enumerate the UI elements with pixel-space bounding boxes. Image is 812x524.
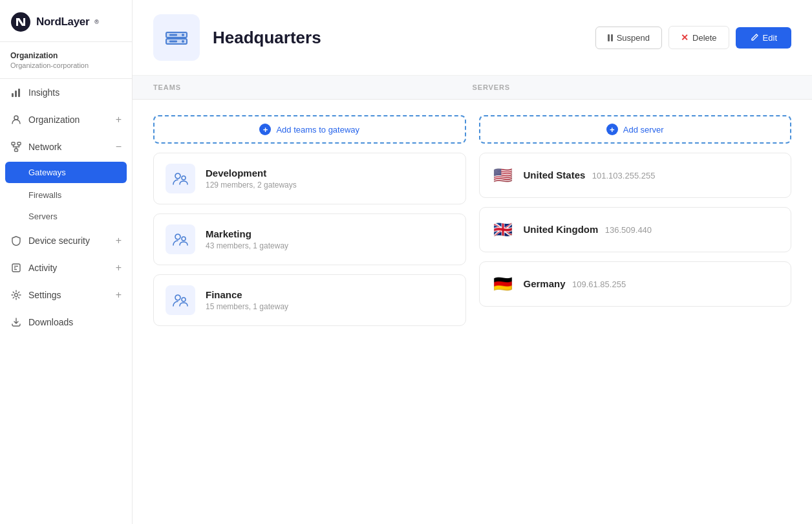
sidebar-item-gateways[interactable]: Gateways <box>5 162 127 183</box>
gateway-header: Headquarters Suspend ✕ Delete Edit <box>133 0 812 76</box>
sidebar: NordLayer® Organization Organization-cor… <box>0 0 133 524</box>
team-card-development[interactable]: Development 129 members, 2 gateways <box>153 153 466 204</box>
organization-expand-icon: + <box>116 114 122 126</box>
team-info-development: Development 129 members, 2 gateways <box>206 168 297 190</box>
team-icon-marketing <box>166 224 195 254</box>
settings-icon <box>10 289 22 301</box>
sidebar-item-insights[interactable]: Insights <box>0 79 132 106</box>
edit-label: Edit <box>763 33 777 43</box>
team-info-marketing: Marketing 43 members, 1 gateway <box>206 228 288 250</box>
download-icon <box>10 316 22 328</box>
server-name-de: Germany <box>524 278 566 289</box>
sub-nav-network: Gateways Firewalls Servers <box>0 160 132 227</box>
delete-button[interactable]: ✕ Delete <box>668 26 729 49</box>
svg-rect-3 <box>18 89 20 97</box>
suspend-button[interactable]: Suspend <box>595 27 662 49</box>
svg-point-13 <box>15 294 18 297</box>
add-server-label: Add server <box>623 125 664 135</box>
svg-rect-19 <box>169 41 177 43</box>
suspend-label: Suspend <box>617 33 650 43</box>
svg-rect-2 <box>15 91 17 97</box>
sidebar-item-device-security[interactable]: Device security + <box>0 227 132 254</box>
org-section: Organization Organization-corporation <box>0 42 132 79</box>
edit-icon <box>750 33 759 42</box>
server-info-uk: United Kingdom 136.509.440 <box>524 224 652 235</box>
edit-button[interactable]: Edit <box>736 27 791 49</box>
teams-column: + Add teams to gateway Development 129 m… <box>153 115 466 326</box>
shield-icon <box>10 235 22 246</box>
svg-point-22 <box>175 234 180 239</box>
app-sup: ® <box>94 19 99 25</box>
teams-column-header: TEAMS <box>153 83 473 91</box>
sidebar-logo: NordLayer® <box>0 0 132 42</box>
team-name-marketing: Marketing <box>206 228 288 239</box>
sidebar-item-settings[interactable]: Settings + <box>0 281 132 309</box>
sidebar-label-activity: Activity <box>28 263 57 273</box>
server-card-uk[interactable]: 🇬🇧 United Kingdom 136.509.440 <box>479 207 792 252</box>
delete-icon: ✕ <box>681 32 689 43</box>
main-content: Headquarters Suspend ✕ Delete Edit TEAMS… <box>133 0 812 524</box>
servers-column: + Add server 🇺🇸 United States 101.103.25… <box>479 115 792 326</box>
svg-point-25 <box>182 298 186 301</box>
team-name-development: Development <box>206 168 297 179</box>
server-card-us[interactable]: 🇺🇸 United States 101.103.255.255 <box>479 153 792 198</box>
team-meta-development: 129 members, 2 gateways <box>206 180 297 190</box>
add-teams-plus-icon: + <box>259 124 271 135</box>
svg-rect-9 <box>12 264 20 272</box>
gateway-icon-box <box>153 14 200 61</box>
settings-expand-icon: + <box>116 289 122 301</box>
columns-header: TEAMS SERVERS <box>133 76 812 100</box>
team-card-finance[interactable]: Finance 15 members, 1 gateway <box>153 274 466 326</box>
sidebar-label-settings: Settings <box>28 290 61 300</box>
sidebar-item-firewalls[interactable]: Firewalls <box>0 184 132 206</box>
svg-rect-18 <box>169 34 177 36</box>
delete-label: Delete <box>692 33 717 43</box>
server-info-us: United States 101.103.255.255 <box>524 169 656 181</box>
sidebar-item-servers[interactable]: Servers <box>0 206 132 227</box>
team-meta-marketing: 43 members, 1 gateway <box>206 241 288 250</box>
server-name-us: United States <box>524 169 586 180</box>
server-info-de: Germany 109.61.85.255 <box>524 278 626 290</box>
gateway-icon <box>164 25 189 50</box>
sidebar-label-downloads: Downloads <box>28 317 73 327</box>
flag-us: 🇺🇸 <box>491 164 515 187</box>
flag-uk: 🇬🇧 <box>491 218 515 241</box>
server-card-de[interactable]: 🇩🇪 Germany 109.61.85.255 <box>479 261 792 307</box>
add-server-plus-icon: + <box>606 124 618 135</box>
sidebar-label-organization: Organization <box>28 115 80 125</box>
server-name-uk: United Kingdom <box>524 224 599 235</box>
add-teams-button[interactable]: + Add teams to gateway <box>153 115 466 144</box>
org-sub: Organization-corporation <box>10 61 122 69</box>
sidebar-label-device-security: Device security <box>28 235 90 246</box>
sidebar-item-network[interactable]: Network − <box>0 133 132 160</box>
server-ip-us: 101.103.255.255 <box>592 171 656 180</box>
org-icon <box>10 114 22 126</box>
nordlayer-logo-icon <box>10 12 31 32</box>
team-name-finance: Finance <box>206 289 288 300</box>
svg-point-24 <box>175 295 180 300</box>
activity-icon <box>10 262 22 274</box>
svg-rect-1 <box>12 93 14 97</box>
team-icon-development <box>166 164 195 193</box>
flag-de: 🇩🇪 <box>491 272 515 296</box>
network-collapse-icon: − <box>116 141 122 153</box>
org-label: Organization <box>10 51 122 60</box>
team-info-finance: Finance 15 members, 1 gateway <box>206 289 288 311</box>
network-icon <box>10 141 22 153</box>
sidebar-item-downloads[interactable]: Downloads <box>0 309 132 336</box>
sidebar-item-organization[interactable]: Organization + <box>0 106 132 133</box>
gateway-title: Headquarters <box>213 28 582 48</box>
svg-point-20 <box>175 173 180 179</box>
team-card-marketing[interactable]: Marketing 43 members, 1 gateway <box>153 213 466 265</box>
team-icon-finance <box>166 285 195 315</box>
servers-column-header: SERVERS <box>473 83 792 91</box>
app-name: NordLayer <box>36 16 89 28</box>
gateway-actions: Suspend ✕ Delete Edit <box>595 26 791 49</box>
add-server-button[interactable]: + Add server <box>479 115 792 144</box>
svg-point-17 <box>182 40 184 43</box>
sidebar-item-activity[interactable]: Activity + <box>0 254 132 281</box>
svg-point-21 <box>182 176 186 180</box>
chart-icon <box>10 87 22 98</box>
svg-point-16 <box>182 34 184 36</box>
columns-body: + Add teams to gateway Development 129 m… <box>133 100 812 342</box>
